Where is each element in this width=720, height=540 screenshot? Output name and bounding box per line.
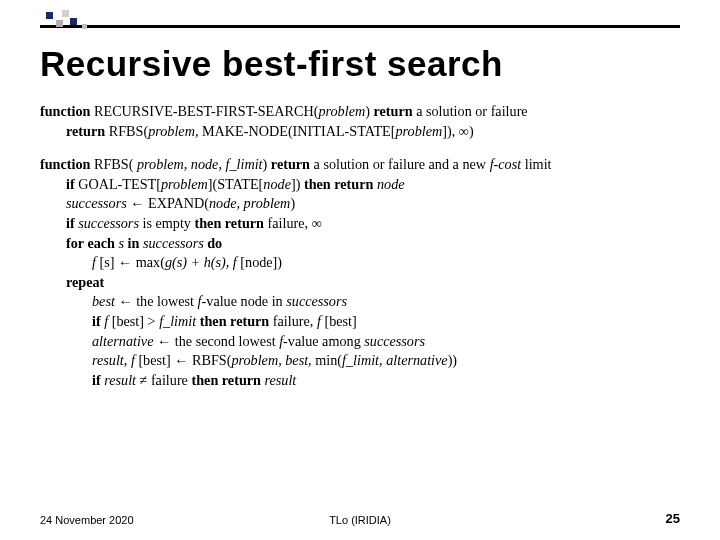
kw-for-each: for each	[66, 235, 119, 251]
kw-repeat: repeat	[66, 274, 104, 290]
kw-function: function	[40, 156, 90, 172]
line: if GOAL-TEST[problem](STATE[node]) then …	[40, 175, 680, 195]
decor-square	[46, 12, 53, 19]
kw-then-return: then return	[196, 313, 273, 329]
line: function RECURSIVE-BEST-FIRST-SEARCH(pro…	[40, 102, 680, 122]
kw-then-return: then return	[304, 176, 377, 192]
header-decor	[40, 10, 680, 30]
decor-square	[70, 18, 77, 25]
line: function RFBS( problem, node, f_limit) r…	[40, 155, 680, 175]
decor-square	[62, 10, 69, 17]
kw-if: if	[92, 313, 104, 329]
kw-return: return	[373, 103, 412, 119]
slide-title: Recursive best-first search	[40, 44, 680, 84]
func-rfbs: function RFBS( problem, node, f_limit) r…	[40, 155, 680, 390]
func-rbfs-outer: function RECURSIVE-BEST-FIRST-SEARCH(pro…	[40, 102, 680, 141]
kw-function: function	[40, 103, 90, 119]
line: alternative ← the second lowest f-value …	[40, 332, 680, 352]
line: for each s in successors do	[40, 234, 680, 254]
header-rule	[40, 25, 680, 28]
line: successors ← EXPAND(node, problem)	[40, 194, 680, 214]
line: return RFBS(problem, MAKE-NODE(INITIAL-S…	[40, 122, 680, 142]
line: result, f [best] ← RBFS(problem, best, m…	[40, 351, 680, 371]
line: if result ≠ failure then return result	[40, 371, 680, 391]
line: if successors is empty then return failu…	[40, 214, 680, 234]
kw-return: return	[271, 156, 310, 172]
kw-then-return: then return	[194, 215, 267, 231]
line: best ← the lowest f-value node in succes…	[40, 292, 680, 312]
kw-if: if	[66, 176, 75, 192]
decor-square	[56, 20, 63, 27]
slide-body: function RECURSIVE-BEST-FIRST-SEARCH(pro…	[40, 102, 680, 390]
kw-if: if	[66, 215, 78, 231]
kw-then-return: then return	[191, 372, 264, 388]
line: if f [best] > f_limit then return failur…	[40, 312, 680, 332]
decor-square	[82, 24, 87, 29]
kw-return: return	[66, 123, 105, 139]
line: f [s] ← max(g(s) + h(s), f [node])	[40, 253, 680, 273]
footer-page: 25	[666, 511, 680, 526]
footer-center: TLo (IRIDIA)	[40, 514, 680, 526]
kw-do: do	[204, 235, 223, 251]
kw-in: in	[124, 235, 143, 251]
kw-if: if	[92, 372, 104, 388]
line: repeat	[40, 273, 680, 293]
slide: Recursive best-first search function REC…	[0, 0, 720, 540]
